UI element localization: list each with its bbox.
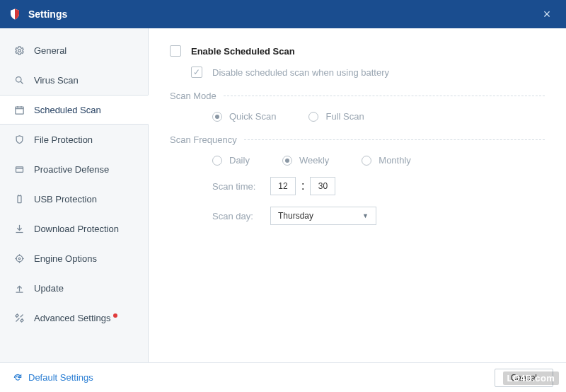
disable-on-battery-checkbox[interactable]: [191, 67, 202, 78]
svg-point-14: [18, 258, 21, 260]
select-value: Thursday: [278, 211, 313, 221]
sidebar-item-scheduled-scan[interactable]: Scheduled Scan: [0, 95, 149, 125]
svg-point-0: [18, 49, 21, 52]
sidebar-item-label: Engine Options: [34, 253, 97, 264]
sidebar-item-label: File Protection: [34, 134, 93, 145]
divider: [244, 139, 545, 140]
radio-label: Weekly: [299, 155, 329, 166]
sidebar-item-update[interactable]: Update: [0, 273, 148, 303]
radio-label: Full Scan: [325, 111, 364, 122]
watermark: LO4D.com: [503, 371, 559, 385]
notification-dot-icon: [113, 313, 117, 318]
radio-icon: [212, 156, 222, 166]
sidebar-item-file-protection[interactable]: File Protection: [0, 125, 148, 154]
sidebar-item-general[interactable]: General: [0, 35, 148, 65]
footer: Default Settings Cancel: [0, 362, 566, 392]
engine-icon: [13, 252, 25, 265]
defense-icon: [13, 163, 25, 175]
radio-label: Quick Scan: [229, 111, 276, 122]
sidebar-item-advanced-settings[interactable]: Advanced Settings: [0, 303, 148, 333]
sidebar-item-proactive-defense[interactable]: Proactive Defense: [0, 154, 148, 184]
scan-time-hour-input[interactable]: [270, 177, 296, 195]
svg-rect-3: [15, 107, 23, 114]
sidebar-item-label: Virus Scan: [34, 75, 79, 86]
svg-rect-7: [16, 166, 23, 172]
sidebar-item-label: USB Protection: [34, 194, 97, 204]
radio-label: Daily: [229, 155, 250, 166]
divider: [224, 96, 545, 96]
sidebar-item-label: Download Protection: [34, 224, 119, 234]
disable-on-battery-label: Disable scheduled scan when using batter…: [212, 67, 389, 78]
radio-label: Monthly: [379, 155, 411, 166]
close-icon[interactable]: ×: [536, 7, 558, 22]
content-pane: Enable Scheduled Scan Disable scheduled …: [149, 28, 566, 362]
sidebar: General Virus Scan Scheduled Scan File P…: [0, 28, 149, 362]
scan-day-select[interactable]: Thursday ▼: [270, 207, 376, 225]
tools-icon: [13, 311, 25, 324]
scan-mode-quick-radio[interactable]: Quick Scan: [212, 111, 276, 122]
search-icon: [13, 74, 25, 86]
scan-day-label: Scan day:: [212, 211, 265, 221]
scan-time-label: Scan time:: [212, 181, 265, 192]
app-shield-icon: [8, 8, 21, 21]
scan-frequency-daily-radio[interactable]: Daily: [212, 155, 250, 166]
radio-icon: [308, 112, 318, 122]
time-separator: :: [301, 180, 304, 192]
download-icon: [13, 222, 25, 235]
radio-icon: [212, 112, 222, 122]
scan-frequency-weekly-radio[interactable]: Weekly: [282, 155, 329, 166]
sidebar-item-label: Advanced Settings: [34, 313, 110, 323]
svg-point-13: [16, 255, 23, 262]
sidebar-item-usb-protection[interactable]: USB Protection: [0, 184, 148, 214]
radio-icon: [282, 156, 292, 166]
sidebar-item-engine-options[interactable]: Engine Options: [0, 243, 148, 273]
sidebar-item-label: Proactive Defense: [34, 164, 109, 175]
window-title: Settings: [28, 8, 536, 20]
sidebar-item-virus-scan[interactable]: Virus Scan: [0, 65, 148, 95]
refresh-icon: [13, 373, 23, 383]
default-settings-link[interactable]: Default Settings: [13, 372, 495, 383]
svg-point-1: [16, 76, 21, 82]
titlebar: Settings ×: [0, 0, 566, 28]
scan-time-minute-input[interactable]: [310, 177, 335, 195]
enable-scheduled-scan-checkbox[interactable]: [170, 45, 181, 57]
sidebar-item-label: Scheduled Scan: [34, 105, 101, 115]
gear-icon: [13, 44, 25, 57]
chevron-down-icon: ▼: [362, 212, 369, 219]
update-icon: [13, 282, 25, 294]
calendar-icon: [13, 103, 25, 116]
link-label: Default Settings: [28, 372, 93, 383]
sidebar-item-label: Update: [34, 283, 64, 294]
scan-mode-heading: Scan Mode: [170, 91, 216, 101]
sidebar-item-label: General: [34, 45, 67, 56]
radio-icon: [362, 156, 371, 166]
scan-mode-full-radio[interactable]: Full Scan: [308, 111, 364, 122]
svg-rect-9: [18, 195, 21, 202]
scan-frequency-heading: Scan Frequency: [170, 134, 237, 145]
scan-frequency-monthly-radio[interactable]: Monthly: [362, 155, 411, 166]
shield-icon: [13, 133, 25, 146]
svg-line-2: [21, 81, 23, 83]
sidebar-item-download-protection[interactable]: Download Protection: [0, 214, 148, 243]
enable-scheduled-scan-label: Enable Scheduled Scan: [191, 46, 295, 57]
usb-icon: [13, 192, 25, 205]
